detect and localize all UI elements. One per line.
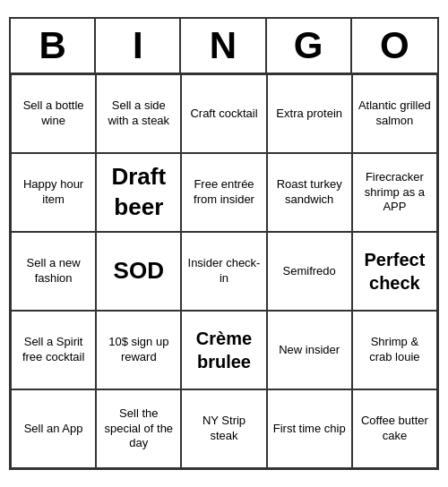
- bingo-cell-16[interactable]: 10$ sign up reward: [96, 311, 181, 389]
- bingo-letter-b: B: [11, 19, 96, 73]
- bingo-letter-g: G: [267, 19, 352, 73]
- bingo-cell-0[interactable]: Sell a bottle wine: [11, 74, 96, 153]
- bingo-header: BINGO: [11, 19, 437, 74]
- bingo-cell-7[interactable]: Free entrée from insider: [181, 153, 266, 232]
- bingo-cell-20[interactable]: Sell an App: [11, 389, 96, 468]
- bingo-card: BINGO Sell a bottle wineSell a side with…: [9, 17, 439, 470]
- bingo-cell-4[interactable]: Atlantic grilled salmon: [352, 74, 437, 153]
- bingo-letter-n: N: [181, 19, 266, 73]
- bingo-cell-5[interactable]: Happy hour item: [11, 153, 96, 232]
- bingo-cell-2[interactable]: Craft cocktail: [181, 74, 266, 153]
- bingo-letter-i: I: [96, 19, 181, 73]
- bingo-cell-6[interactable]: Draft beer: [96, 153, 181, 232]
- bingo-cell-15[interactable]: Sell a Spirit free cocktail: [11, 311, 96, 389]
- bingo-letter-o: O: [352, 19, 437, 73]
- bingo-cell-24[interactable]: Coffee butter cake: [352, 389, 437, 468]
- bingo-cell-13[interactable]: Semifredo: [267, 232, 352, 311]
- bingo-cell-1[interactable]: Sell a side with a steak: [96, 74, 181, 153]
- bingo-cell-19[interactable]: Shrimp & crab louie: [352, 311, 437, 389]
- bingo-cell-11[interactable]: SOD: [96, 232, 181, 311]
- bingo-cell-14[interactable]: Perfect check: [352, 232, 437, 311]
- bingo-cell-21[interactable]: Sell the special of the day: [96, 389, 181, 468]
- bingo-cell-12[interactable]: Insider check-in: [181, 232, 266, 311]
- bingo-cell-9[interactable]: Firecracker shrimp as a APP: [352, 153, 437, 232]
- bingo-cell-22[interactable]: NY Strip steak: [181, 389, 266, 468]
- bingo-cell-8[interactable]: Roast turkey sandwich: [267, 153, 352, 232]
- bingo-grid: Sell a bottle wineSell a side with a ste…: [11, 74, 437, 468]
- bingo-cell-3[interactable]: Extra protein: [267, 74, 352, 153]
- bingo-cell-10[interactable]: Sell a new fashion: [11, 232, 96, 311]
- bingo-cell-18[interactable]: New insider: [267, 311, 352, 389]
- bingo-cell-23[interactable]: First time chip: [267, 389, 352, 468]
- bingo-cell-17[interactable]: Crème brulee: [181, 311, 266, 389]
